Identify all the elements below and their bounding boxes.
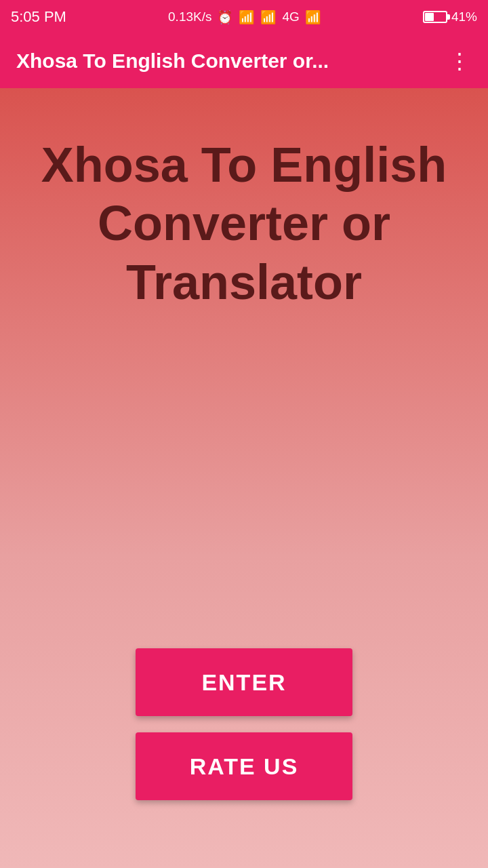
app-bar-title: Xhosa To English Converter or...	[16, 50, 329, 73]
more-options-icon[interactable]: ⋮	[449, 48, 472, 74]
alarm-icon: ⏰	[217, 9, 233, 25]
status-time: 5:05 PM	[11, 8, 66, 26]
main-content: Xhosa To English Converter or Translator…	[0, 88, 488, 868]
wifi-icon: 📶	[239, 9, 255, 25]
network-speed: 0.13K/s	[168, 9, 211, 24]
app-bar: Xhosa To English Converter or... ⋮	[0, 34, 488, 88]
status-battery: 41%	[423, 9, 477, 24]
battery-percent: 41%	[451, 9, 477, 24]
enter-button[interactable]: ENTER	[136, 648, 352, 716]
signal-icon-2: 📶	[305, 9, 321, 25]
signal-icon: 📶	[260, 9, 277, 25]
rate-us-button[interactable]: RATE US	[136, 732, 352, 800]
battery-icon	[423, 11, 447, 23]
hero-title: Xhosa To English Converter or Translator	[20, 136, 468, 311]
status-network: 0.13K/s ⏰ 📶 📶 4G 📶	[168, 9, 321, 25]
buttons-area: ENTER RATE US	[20, 648, 468, 800]
4g-label: 4G	[282, 9, 299, 24]
status-bar: 5:05 PM 0.13K/s ⏰ 📶 📶 4G 📶 41%	[0, 0, 488, 34]
